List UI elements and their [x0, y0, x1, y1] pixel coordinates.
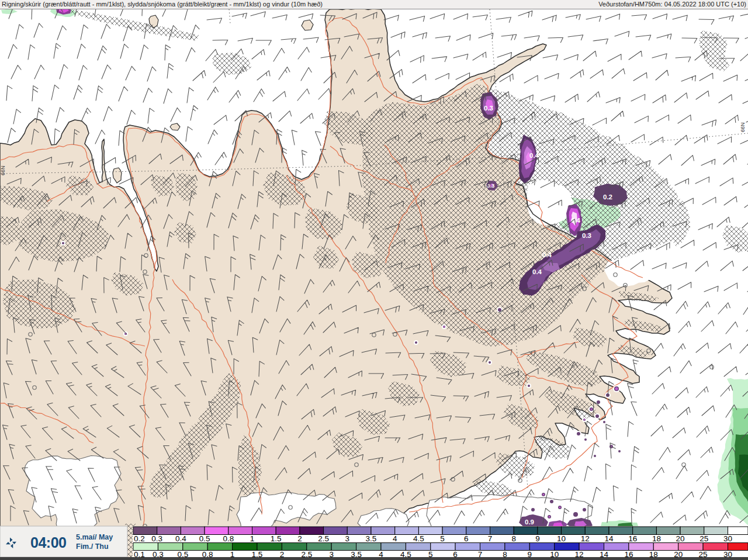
svg-text:0.2: 0.2: [603, 193, 612, 201]
svg-text:10: 10: [557, 534, 566, 543]
svg-text:Fim./ Thu: Fim./ Thu: [76, 542, 109, 551]
svg-text:0.4: 0.4: [571, 217, 581, 224]
svg-text:0.3: 0.3: [151, 534, 162, 543]
svg-text:0.9: 0.9: [525, 518, 534, 526]
svg-text:6: 6: [464, 534, 469, 543]
svg-text:0.4: 0.4: [542, 251, 552, 258]
svg-text:4.5: 4.5: [413, 534, 424, 543]
svg-text:66N: 66N: [0, 165, 6, 175]
svg-text:0.8: 0.8: [223, 534, 234, 543]
svg-text:25: 25: [699, 534, 708, 543]
svg-text:30: 30: [723, 534, 732, 543]
svg-text:2: 2: [297, 534, 302, 543]
svg-text:0.2: 0.2: [134, 534, 145, 543]
svg-text:1: 1: [250, 534, 255, 543]
svg-text:04:00: 04:00: [30, 534, 66, 551]
svg-text:5.maí/ May: 5.maí/ May: [76, 533, 113, 541]
svg-text:8: 8: [511, 534, 516, 543]
svg-text:14: 14: [604, 534, 614, 543]
svg-text:5: 5: [440, 534, 445, 543]
svg-text:0.3: 0.3: [582, 232, 591, 239]
svg-text:12: 12: [581, 534, 590, 543]
svg-text:7: 7: [488, 534, 493, 543]
svg-text:16: 16: [628, 534, 637, 543]
svg-text:9: 9: [535, 534, 540, 543]
svg-text:66N: 66N: [740, 122, 746, 132]
svg-text:2.5: 2.5: [318, 534, 329, 543]
svg-text:0.4: 0.4: [175, 534, 186, 543]
svg-text:0.3: 0.3: [487, 183, 495, 189]
svg-text:1.5: 1.5: [271, 534, 282, 543]
svg-text:4: 4: [393, 534, 397, 543]
svg-text:0.5: 0.5: [199, 534, 210, 543]
svg-text:20: 20: [676, 534, 685, 543]
svg-text:0.3: 0.3: [484, 105, 493, 112]
svg-text:3: 3: [345, 534, 350, 543]
svg-text:3.5: 3.5: [366, 534, 377, 543]
svg-text:0.4: 0.4: [532, 268, 542, 275]
svg-text:18: 18: [652, 534, 661, 543]
